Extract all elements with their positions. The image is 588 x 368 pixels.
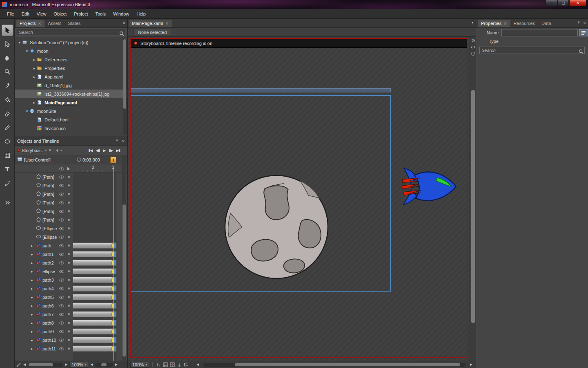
timeline-track[interactable] bbox=[73, 174, 116, 180]
menu-item-edit[interactable]: Edit bbox=[18, 10, 33, 18]
playhead-time[interactable]: 0:03.000 bbox=[82, 157, 100, 162]
close-button[interactable]: ✕ bbox=[569, 0, 586, 6]
artboard[interactable]: Storyboard1 timeline recording is on bbox=[130, 38, 468, 358]
row-lock-dot[interactable] bbox=[65, 296, 72, 298]
tree-item[interactable]: ▾moon bbox=[15, 47, 127, 55]
canvas-scroll-left-icon[interactable]: ◀ bbox=[196, 363, 200, 366]
expand-arrow-icon[interactable]: ▸ bbox=[31, 321, 36, 325]
tree-item[interactable]: ▾Solution "moon" (2 project(s)) bbox=[15, 38, 127, 47]
expand-arrow-icon[interactable]: ▸ bbox=[31, 269, 36, 274]
tab-close-icon[interactable]: ✕ bbox=[503, 21, 507, 26]
visibility-eye-icon[interactable] bbox=[59, 192, 65, 197]
timeline-track[interactable] bbox=[73, 346, 116, 352]
close-panel-icon[interactable]: ✕ bbox=[583, 21, 586, 25]
timeline-row-path[interactable]: [Path] bbox=[15, 173, 127, 181]
tab-list-dropdown-icon[interactable]: ▾ bbox=[472, 21, 473, 25]
pin-icon[interactable] bbox=[115, 139, 119, 144]
row-lock-dot[interactable] bbox=[65, 236, 72, 238]
timeline-track[interactable] bbox=[73, 328, 116, 334]
storyboard-close-icon[interactable]: ✕ bbox=[48, 148, 51, 153]
title-bar[interactable]: moon.sln - Microsoft Expression Blend 3 … bbox=[0, 0, 588, 9]
timeline-track[interactable] bbox=[73, 337, 116, 343]
timeline-row-path2[interactable]: ▸path2 bbox=[15, 258, 127, 267]
timeline-row-path4[interactable]: ▸path4 bbox=[15, 284, 127, 293]
row-lock-dot[interactable] bbox=[65, 219, 72, 221]
tab-data[interactable]: Data bbox=[538, 20, 554, 27]
tab-resources[interactable]: Resources bbox=[510, 20, 539, 27]
play-button[interactable]: ▶ bbox=[103, 148, 105, 153]
tree-item[interactable]: d_1059[1].jpg bbox=[15, 81, 127, 90]
animation-bar[interactable] bbox=[73, 285, 116, 292]
timeline-scrollbar[interactable] bbox=[122, 155, 126, 361]
timeline-track[interactable] bbox=[73, 242, 116, 249]
canvas-hscrollbar[interactable] bbox=[203, 363, 466, 367]
pencil-tool[interactable] bbox=[2, 122, 13, 133]
timeline-track[interactable] bbox=[73, 234, 116, 240]
tree-item[interactable]: Default.html bbox=[15, 115, 127, 124]
row-lock-dot[interactable] bbox=[65, 245, 72, 247]
menu-item-project[interactable]: Project bbox=[70, 10, 91, 18]
tree-expander-icon[interactable]: ▸ bbox=[32, 58, 37, 62]
tab-properties[interactable]: Properties✕ bbox=[478, 20, 510, 27]
row-lock-dot[interactable] bbox=[65, 202, 72, 204]
expand-arrow-icon[interactable]: ▸ bbox=[31, 261, 36, 265]
more-tools-button[interactable] bbox=[2, 197, 13, 209]
timeline-track[interactable] bbox=[73, 251, 116, 257]
tab-close-icon[interactable]: ✕ bbox=[165, 21, 169, 26]
menu-item-view[interactable]: View bbox=[33, 10, 50, 18]
timeline-ruler[interactable]: 2 3 bbox=[15, 164, 127, 173]
go-to-last-frame-button[interactable]: ▶▮ bbox=[116, 148, 120, 153]
timeline-row-path8[interactable]: ▸path8 bbox=[15, 319, 127, 327]
visibility-eye-icon[interactable] bbox=[59, 303, 65, 308]
eraser-tool[interactable] bbox=[2, 108, 13, 119]
row-lock-dot[interactable] bbox=[65, 279, 72, 281]
zoom-in-icon[interactable]: ▶ bbox=[114, 363, 118, 366]
visibility-eye-icon[interactable] bbox=[59, 218, 65, 222]
timeline-row-path[interactable]: ▸path bbox=[15, 241, 127, 250]
expand-arrow-icon[interactable]: ▸ bbox=[31, 347, 36, 351]
next-frame-button[interactable]: ▮▶ bbox=[109, 148, 113, 153]
row-lock-dot[interactable] bbox=[65, 339, 72, 341]
row-lock-dot[interactable] bbox=[65, 270, 72, 272]
canvas-scroll-right-icon[interactable]: ▶ bbox=[469, 363, 473, 366]
tree-scrollbar[interactable] bbox=[123, 38, 127, 135]
visibility-eye-icon[interactable] bbox=[59, 278, 65, 283]
timeline-track[interactable] bbox=[73, 277, 116, 283]
timeline-track[interactable] bbox=[73, 260, 116, 266]
animation-bar[interactable] bbox=[73, 251, 116, 257]
menu-item-window[interactable]: Window bbox=[109, 10, 133, 18]
timeline-zoom-slider[interactable] bbox=[95, 363, 113, 367]
visibility-eye-icon[interactable] bbox=[59, 200, 65, 205]
timeline-row-path5[interactable]: ▸path5 bbox=[15, 293, 127, 301]
timeline-row-path3[interactable]: ▸path3 bbox=[15, 276, 127, 284]
timeline-row-path[interactable]: [Path] bbox=[15, 215, 127, 224]
timeline-row-path11[interactable]: ▸path11 bbox=[15, 344, 127, 353]
previous-frame-button[interactable]: ◀▮ bbox=[96, 148, 100, 153]
tree-expander-icon[interactable]: ▾ bbox=[24, 49, 29, 53]
tab-projects[interactable]: Projects✕ bbox=[16, 20, 45, 27]
timeline-row-path[interactable]: [Path] bbox=[15, 207, 127, 215]
ellipse-tool[interactable] bbox=[2, 136, 13, 147]
tab-assets[interactable]: Assets bbox=[45, 20, 65, 27]
visibility-eye-icon[interactable] bbox=[59, 183, 65, 188]
rectangle-element[interactable] bbox=[131, 88, 391, 92]
timeline-track[interactable] bbox=[73, 303, 116, 309]
visibility-eye-icon[interactable] bbox=[59, 235, 65, 240]
text-tool[interactable] bbox=[2, 164, 13, 175]
animation-bar[interactable] bbox=[73, 277, 116, 283]
visibility-eye-icon[interactable] bbox=[59, 269, 65, 274]
row-lock-dot[interactable] bbox=[65, 313, 72, 315]
tree-item[interactable]: ▸MainPage.xaml bbox=[15, 98, 127, 107]
timeline-hscrollbar[interactable] bbox=[28, 363, 63, 367]
zoom-out-icon[interactable]: ◀ bbox=[89, 363, 94, 366]
row-lock-dot[interactable] bbox=[65, 287, 72, 289]
playhead-line[interactable] bbox=[114, 166, 114, 361]
storyboard-add-dropdown-icon[interactable]: ▾ bbox=[60, 148, 62, 152]
tree-item[interactable]: ▾moonSite bbox=[15, 107, 127, 115]
timeline-row-path6[interactable]: ▸path6 bbox=[15, 301, 127, 310]
selection-tool[interactable] bbox=[2, 25, 13, 36]
tree-item[interactable]: ▸App.xaml bbox=[15, 72, 127, 81]
visibility-eye-icon[interactable] bbox=[59, 209, 65, 214]
animation-bar[interactable] bbox=[73, 242, 116, 249]
design-view-icon[interactable] bbox=[470, 51, 476, 56]
